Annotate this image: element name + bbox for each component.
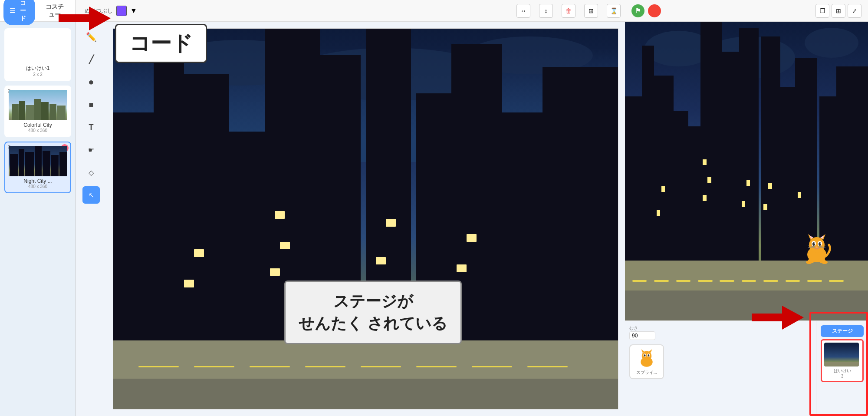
stage-annotation-box: ステージが せんたく されている: [284, 281, 462, 344]
select-tool[interactable]: ☛: [82, 141, 100, 158]
stage-controls: ⚑: [631, 4, 661, 17]
stage-selector-item[interactable]: はいけい 3: [821, 339, 864, 382]
code-annotation-text: コード: [129, 32, 193, 55]
backdrop-name-3: Night City ...: [9, 178, 67, 184]
haikei-count: 3: [824, 374, 860, 379]
svg-point-22: [642, 351, 652, 361]
muki-input[interactable]: [629, 331, 655, 340]
bottom-panel: むき: [625, 320, 868, 416]
svg-point-11: [820, 243, 821, 244]
backdrop-preview-1: [9, 33, 67, 63]
backdrop-size-2: 480 x 360: [9, 128, 67, 133]
ungroup-btn[interactable]: ⌛: [607, 4, 621, 18]
green-flag-icon: ⚑: [635, 7, 641, 15]
editor-toolbar: ぬりつぶし ▼ ↔ ↕ 🗑 ⊞ ⌛: [76, 0, 625, 22]
backdrop-item-2[interactable]: 2 Colorful City 480 x 360: [4, 86, 71, 137]
red-arrow-right: [752, 306, 804, 330]
view-medium-btn[interactable]: ⊞: [832, 4, 845, 18]
circle-tool[interactable]: ●: [82, 73, 100, 91]
text-tool[interactable]: T: [82, 119, 100, 136]
svg-point-9: [819, 242, 821, 246]
sprite-cat-preview: [636, 348, 658, 370]
flip-horizontal-btn[interactable]: ↔: [516, 4, 530, 18]
scratch-cat: [799, 232, 834, 267]
backdrop-preview-2: [9, 90, 67, 120]
stage-btn[interactable]: ステージ: [821, 325, 864, 337]
stage-annotation-line2: せんたく されている: [299, 313, 447, 334]
cursor-tool[interactable]: ↖: [82, 186, 100, 204]
stage-top-bar: ⚑ ❐ ⊞ ⤢: [625, 0, 868, 22]
sprite-list: スプライ...: [629, 344, 812, 379]
rectangle-tool[interactable]: ■: [82, 96, 100, 113]
sprite-item-cat[interactable]: スプライ...: [629, 344, 664, 379]
svg-point-1: [809, 237, 825, 253]
svg-point-10: [814, 243, 815, 244]
svg-point-28: [648, 354, 650, 357]
backdrop-list-panel: ☰ コード コスチュー はいけい1 2 x 2 2: [0, 0, 76, 416]
brush-tool[interactable]: ✏️: [82, 28, 100, 46]
view-fullscreen-btn[interactable]: ⤢: [848, 4, 861, 18]
svg-marker-30: [752, 306, 804, 330]
green-flag-btn[interactable]: ⚑: [631, 4, 644, 17]
stage-canvas: [625, 22, 868, 320]
svg-point-19: [806, 261, 812, 264]
flip-vertical-btn[interactable]: ↕: [539, 4, 553, 18]
stage-selector: ステージ はいけい 3: [816, 321, 868, 416]
main-container: ☰ コード コスチュー はいけい1 2 x 2 2: [0, 0, 868, 416]
backdrop-size-1: 2 x 2: [9, 72, 67, 77]
stop-btn[interactable]: [648, 4, 661, 17]
backdrop-item-3[interactable]: 3 🗑 Night City ... 480 x 360: [4, 142, 71, 193]
arrow-left-annotation: [59, 7, 111, 30]
view-small-btn[interactable]: ❐: [815, 4, 829, 18]
fill-color-swatch[interactable]: [116, 6, 127, 16]
tab-code[interactable]: ☰ コード: [3, 0, 35, 25]
code-label: コード: [17, 0, 29, 23]
delete-btn[interactable]: 🗑: [562, 4, 575, 18]
stage-panel: ⚑ ❐ ⊞ ⤢: [625, 0, 868, 416]
muki-label: むき: [629, 325, 655, 331]
code-icon: ☰: [10, 7, 15, 14]
line-tool[interactable]: ╱: [82, 51, 100, 68]
backdrop-name-2: Colorful City: [9, 122, 67, 128]
code-annotation-box: コード: [115, 24, 207, 63]
group-btn[interactable]: ⊞: [584, 4, 598, 18]
svg-point-20: [822, 261, 828, 264]
backdrop-name-1: はいけい1: [9, 65, 67, 72]
svg-point-27: [644, 354, 646, 357]
view-buttons: ❐ ⊞ ⤢: [815, 4, 861, 18]
sprite-label: スプライ...: [636, 370, 657, 376]
backdrop-item-1[interactable]: はいけい1 2 x 2: [4, 28, 71, 81]
editor-body: ✏️ ╱ ● ■ T ☛ ◇ ↖: [76, 22, 625, 416]
backdrop-size-3: 480 x 360: [9, 184, 67, 189]
muki-field: むき: [629, 325, 655, 340]
red-arrow-left: [59, 7, 111, 30]
editor-canvas[interactable]: [113, 28, 618, 409]
sprite-area: むき: [625, 321, 816, 416]
arrow-right-annotation: [752, 306, 804, 331]
svg-marker-29: [59, 7, 111, 30]
stage-annotation-line1: ステージが: [299, 291, 447, 312]
eraser-tool[interactable]: ◇: [82, 164, 100, 181]
fill-dropdown-icon[interactable]: ▼: [130, 7, 137, 15]
night-city-background: [625, 22, 868, 320]
backdrop-preview-3: [9, 146, 67, 176]
svg-point-8: [812, 242, 815, 246]
haikei-label: はいけい: [824, 368, 860, 374]
tools-sidebar: ✏️ ╱ ● ■ T ☛ ◇ ↖: [76, 22, 106, 416]
